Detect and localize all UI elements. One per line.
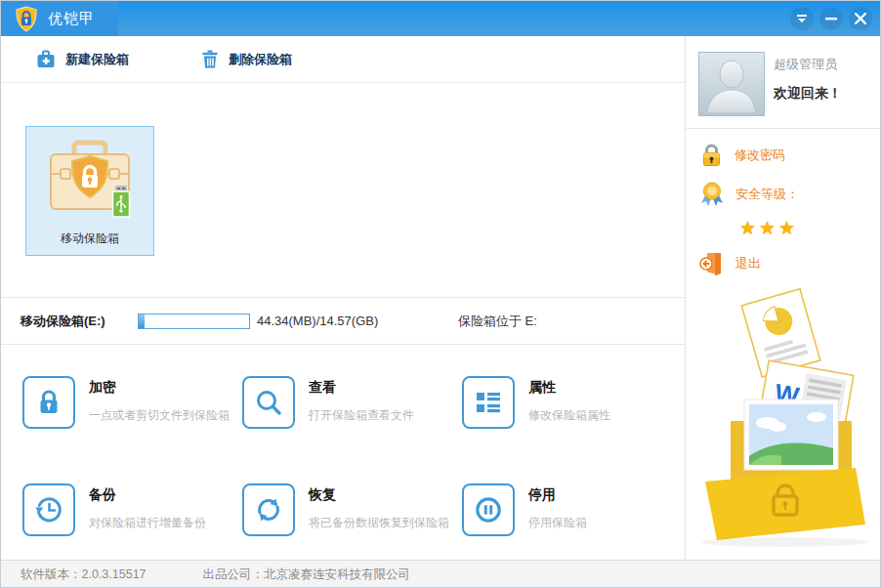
toolbar: 新建保险箱 删除保险箱 (1, 36, 685, 83)
disable-title: 停用 (528, 486, 587, 504)
view-button[interactable]: 查看 打开保险箱查看文件 (242, 376, 414, 429)
view-desc: 打开保险箱查看文件 (309, 407, 414, 424)
disable-desc: 停用保险箱 (528, 515, 587, 531)
trash-icon (201, 50, 219, 68)
titlebar: 优铠甲 (1, 1, 880, 36)
welcome-text: 欢迎回来！ (774, 85, 842, 103)
safe-tile-mobile[interactable]: 移动保险箱 (25, 126, 154, 256)
logout-label: 退出 (735, 255, 761, 273)
user-silhouette-icon (699, 53, 764, 115)
view-title: 查看 (309, 379, 414, 397)
usage-location-text: 保险箱位于 E: (458, 313, 537, 330)
exit-door-icon (699, 251, 725, 276)
lock-icon (34, 388, 63, 417)
statusbar: 软件版本：2.0.3.15517 出品公司：北京凌赛连安科技有限公司 (1, 560, 880, 588)
restore-title: 恢复 (309, 486, 449, 504)
new-safe-button[interactable]: 新建保险箱 (36, 50, 129, 68)
restore-button[interactable]: 恢复 将已备份数据恢复到保险箱 (242, 483, 449, 536)
refresh-arrows-icon (254, 495, 283, 525)
logout-item[interactable]: 退出 (699, 251, 881, 276)
disable-iconbox (462, 483, 515, 536)
disable-button[interactable]: 停用 停用保险箱 (462, 483, 587, 536)
usage-progress-bar (138, 314, 250, 329)
restore-iconbox (242, 483, 295, 536)
actions-grid: 加密 一点或者剪切文件到保险箱 查看 打开保险箱查看文件 (1, 345, 685, 560)
encrypt-iconbox (22, 376, 75, 429)
delete-safe-label: 删除保险箱 (229, 51, 292, 68)
change-password-label: 修改密码 (734, 147, 785, 164)
close-button[interactable] (849, 7, 872, 30)
app-title: 优铠甲 (48, 10, 95, 28)
gold-padlock-icon (699, 143, 724, 168)
safe-tile-label: 移动保险箱 (61, 231, 119, 247)
photo-document (744, 399, 838, 470)
security-stars-row: ★★★ (699, 217, 881, 239)
user-box: 超级管理员 欢迎回来！ (686, 36, 881, 129)
delete-safe-button[interactable]: 删除保险箱 (201, 50, 292, 68)
restore-desc: 将已备份数据恢复到保险箱 (309, 515, 449, 531)
safe-list-area: 移动保险箱 (1, 83, 685, 297)
main-panel: 新建保险箱 删除保险箱 (1, 36, 685, 560)
pause-circle-icon (474, 495, 503, 525)
safe-briefcase-usb-icon (43, 139, 137, 225)
security-level-label: 安全等级： (735, 186, 799, 203)
encrypt-desc: 一点或者剪切文件到保险箱 (89, 407, 230, 424)
status-company: 出品公司：北京凌赛连安科技有限公司 (203, 567, 411, 583)
backup-iconbox (22, 483, 75, 536)
minimize-icon (825, 13, 837, 24)
sidebar-menu: 修改密码 安全等级： ★★★ (686, 129, 881, 276)
backup-title: 备份 (89, 486, 206, 504)
properties-desc: 修改保险箱属性 (528, 407, 610, 424)
usage-drive-label: 移动保险箱(E:) (21, 313, 105, 330)
titlebar-brand: 优铠甲 (1, 1, 118, 36)
properties-button[interactable]: 属性 修改保险箱属性 (462, 376, 610, 429)
list-detail-icon (474, 388, 503, 417)
sidebar: 超级管理员 欢迎回来！ 修改密码 (685, 36, 881, 560)
menu-chevron-button[interactable] (790, 7, 814, 30)
backup-button[interactable]: 备份 对保险箱进行增量备份 (22, 483, 206, 536)
security-stars: ★★★ (739, 218, 798, 238)
status-version: 软件版本：2.0.3.15517 (21, 567, 147, 583)
app-shield-logo-icon (15, 6, 38, 32)
medal-icon (699, 182, 725, 207)
security-level-item[interactable]: 安全等级： (699, 182, 881, 207)
menu-chevron-icon (796, 14, 808, 23)
minimize-button[interactable] (819, 7, 843, 30)
encrypt-button[interactable]: 加密 一点或者剪切文件到保险箱 (22, 376, 230, 429)
window-controls (790, 7, 872, 30)
usage-row: 移动保险箱(E:) 44.34(MB)/14.57(GB) 保险箱位于 E: (1, 297, 685, 345)
locked-folder-illustration: W (693, 274, 877, 554)
backup-desc: 对保险箱进行增量备份 (89, 515, 206, 531)
history-clock-icon (34, 495, 63, 525)
properties-title: 属性 (528, 379, 610, 397)
view-iconbox (242, 376, 295, 429)
magnifier-icon (254, 388, 283, 417)
avatar (698, 52, 765, 116)
new-safe-label: 新建保险箱 (65, 51, 129, 68)
close-icon (855, 13, 866, 24)
usage-progress-fill (139, 315, 145, 328)
change-password-item[interactable]: 修改密码 (699, 143, 881, 168)
folder-front (705, 468, 865, 540)
usb-drive-icon (113, 186, 130, 217)
illustration-shadow (701, 537, 869, 547)
briefcase-plus-icon (36, 50, 56, 68)
properties-iconbox (462, 376, 515, 429)
encrypt-title: 加密 (89, 379, 230, 397)
app-window: 优铠甲 (0, 0, 881, 588)
usage-size-text: 44.34(MB)/14.57(GB) (257, 314, 378, 328)
username: 超级管理员 (774, 56, 837, 73)
